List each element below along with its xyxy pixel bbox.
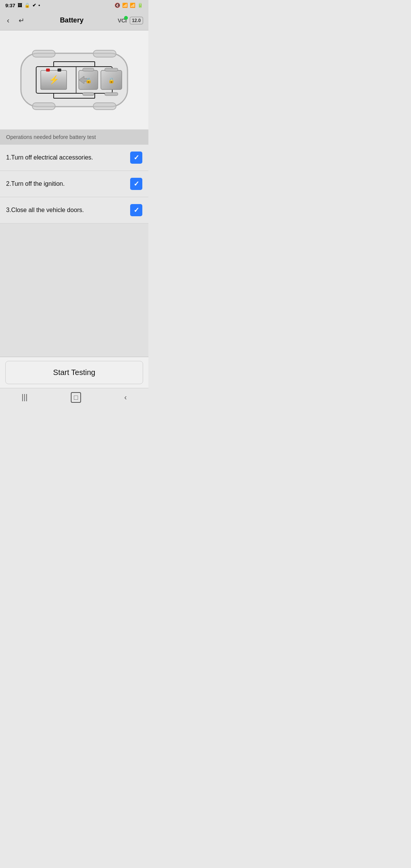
header-right: VCI 12.0 xyxy=(118,17,143,24)
signal-icon: 📶 xyxy=(130,3,135,8)
status-right: 🔇 📶 📶 🔋 xyxy=(115,3,143,8)
svg-rect-26 xyxy=(105,93,118,96)
svg-rect-2 xyxy=(32,50,55,57)
photo-icon: 🖼 xyxy=(18,3,22,8)
svg-text:⚡: ⚡ xyxy=(49,75,59,85)
svg-rect-25 xyxy=(83,93,94,96)
svg-rect-3 xyxy=(93,50,116,57)
dot-icon: • xyxy=(38,3,40,8)
empty-area xyxy=(0,223,148,357)
svg-rect-24 xyxy=(105,68,118,71)
nav-menu-button[interactable]: ||| xyxy=(14,390,35,405)
start-testing-button[interactable]: Start Testing xyxy=(5,361,143,384)
status-time: 9:37 xyxy=(5,3,15,8)
checklist: 1.Turn off electrical accessories. 2.Tur… xyxy=(0,145,148,223)
vci-connected-dot xyxy=(124,16,128,20)
car-diagram: ⚡ xyxy=(0,30,148,129)
header: ‹ ↵ Battery VCI 12.0 xyxy=(0,11,148,30)
checklist-item-3-text: 3.Close all the vehicle doors. xyxy=(6,207,130,214)
start-btn-container: Start Testing xyxy=(0,357,148,388)
operations-header-label: Operations needed before battery test xyxy=(6,134,96,140)
nav-bar: ||| □ ‹ xyxy=(0,388,148,406)
check-icon: ✔ xyxy=(32,3,36,8)
page-title: Battery xyxy=(26,16,118,24)
back-arrow-icon: ‹ xyxy=(7,16,10,24)
svg-rect-5 xyxy=(93,103,116,110)
svg-rect-10 xyxy=(57,69,61,72)
checklist-item-3[interactable]: 3.Close all the vehicle doors. xyxy=(0,197,148,223)
version-box: 12.0 xyxy=(130,17,143,24)
header-left: ‹ ↵ xyxy=(5,14,26,26)
lock-icon: 🔒 xyxy=(24,3,30,8)
svg-text:🔒: 🔒 xyxy=(108,77,115,84)
operations-header: Operations needed before battery test xyxy=(0,129,148,145)
nav-home-button[interactable]: □ xyxy=(63,390,89,405)
checklist-item-1-text: 1.Turn off electrical accessories. xyxy=(6,154,130,161)
mute-icon: 🔇 xyxy=(115,3,120,8)
vci-badge: VCI xyxy=(118,17,127,24)
back-button[interactable]: ‹ xyxy=(5,14,11,26)
svg-rect-9 xyxy=(46,69,50,72)
checkbox-3[interactable] xyxy=(130,204,142,216)
checklist-item-1[interactable]: 1.Turn off electrical accessories. xyxy=(0,145,148,171)
content-area: ⚡ xyxy=(0,30,148,406)
nav-menu-icon: ||| xyxy=(22,393,28,401)
checklist-item-2-text: 2.Turn off the ignition. xyxy=(6,180,130,187)
status-bar: 9:37 🖼 🔒 ✔ • 🔇 📶 📶 🔋 xyxy=(0,0,148,11)
checkbox-2[interactable] xyxy=(130,178,142,190)
svg-rect-23 xyxy=(83,68,94,71)
nav-back-button[interactable]: ‹ xyxy=(116,390,134,405)
car-svg: ⚡ xyxy=(10,38,139,122)
page-root: 9:37 🖼 🔒 ✔ • 🔇 📶 📶 🔋 ‹ ↵ Battery VCI xyxy=(0,0,148,406)
checkbox-1[interactable] xyxy=(130,152,142,164)
battery-icon: 🔋 xyxy=(137,3,143,8)
nav-back-icon: ‹ xyxy=(124,393,127,401)
export-icon: ↵ xyxy=(19,17,24,24)
nav-home-icon: □ xyxy=(71,392,81,403)
export-button[interactable]: ↵ xyxy=(17,14,26,26)
svg-rect-4 xyxy=(32,103,55,110)
svg-text:🔒: 🔒 xyxy=(85,77,92,84)
wifi-icon: 📶 xyxy=(122,3,128,8)
status-left: 9:37 🖼 🔒 ✔ • xyxy=(5,3,40,8)
checklist-item-2[interactable]: 2.Turn off the ignition. xyxy=(0,171,148,197)
